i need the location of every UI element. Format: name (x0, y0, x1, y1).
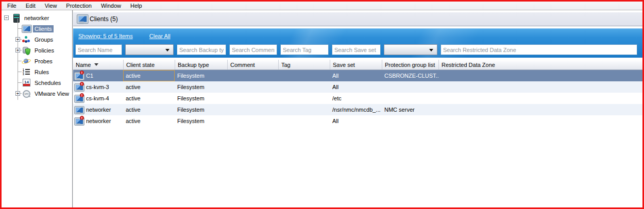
table-row[interactable]: networkeractiveFilesystem/nsr/nmc/nmcdb_… (73, 104, 642, 115)
column-header-protection-group-list[interactable]: Protection group list (382, 60, 438, 69)
column-header-label: Tag (281, 62, 291, 68)
column-header-tag[interactable]: Tag (278, 60, 330, 69)
cell-comment[interactable] (227, 70, 278, 81)
column-header-comment[interactable]: Comment (227, 60, 278, 69)
sidebar-item-rules[interactable]: Rules (2, 66, 72, 77)
table-body: !C1activeFilesystemAllCSBRONZE-CLUST...!… (73, 70, 642, 127)
cell-save-set[interactable]: /nsr/nmc/nmcdb_... (330, 104, 382, 115)
search-tag-input[interactable] (280, 44, 329, 55)
schedules-icon (22, 79, 30, 87)
menu-item-view[interactable]: View (40, 2, 62, 9)
cell-comment[interactable] (227, 115, 278, 127)
cell-tag[interactable] (278, 70, 330, 81)
menu-item-window[interactable]: Window (96, 2, 126, 9)
cell-protection-group-list[interactable] (382, 93, 438, 104)
sidebar-item-label: Schedules (33, 79, 62, 86)
menu-item-file[interactable]: File (3, 2, 21, 9)
cell-save-set[interactable]: All (330, 115, 382, 127)
expand-expander-icon[interactable]: + (15, 91, 20, 96)
table-row[interactable]: !cs-kvm-4activeFilesystem/etc (73, 93, 642, 104)
cell-name[interactable]: !cs-kvm-4 (73, 93, 123, 104)
column-header-label: Restricted Data Zone (442, 62, 495, 68)
table-row[interactable]: !networkeractiveFilesystemAll (73, 115, 642, 127)
collapse-expander-icon[interactable]: − (4, 15, 9, 20)
cell-name[interactable]: !C1 (73, 70, 123, 81)
column-header-label: Name (76, 62, 91, 68)
cell-backup-type[interactable]: Filesystem (175, 93, 227, 104)
search-backup-type-input[interactable] (177, 44, 226, 55)
showing-items-link[interactable]: Showing: 5 of 5 Items (78, 33, 133, 39)
sidebar-item-clients[interactable]: Clients (2, 23, 72, 34)
cell-restricted-data-zone[interactable] (438, 81, 642, 93)
server-icon (12, 14, 20, 22)
rules-icon (22, 68, 30, 76)
cell-protection-group-list[interactable] (382, 81, 438, 93)
cell-save-set[interactable]: All (330, 81, 382, 93)
cell-protection-group-list[interactable]: NMC server (382, 104, 438, 115)
cell-save-set[interactable]: /etc (330, 93, 382, 104)
menu-item-edit[interactable]: Edit (21, 2, 40, 9)
sidebar-item-label: Policies (33, 47, 56, 54)
column-header-restricted-data-zone[interactable]: Restricted Data Zone (438, 60, 642, 69)
cell-client-state[interactable]: active (123, 81, 175, 93)
cell-tag[interactable] (278, 93, 330, 104)
column-header-label: Comment (230, 62, 255, 68)
cell-comment[interactable] (227, 104, 278, 115)
sidebar-item-groups[interactable]: +Groups (2, 34, 72, 45)
cell-name[interactable]: !networker (73, 115, 123, 127)
menu-bar: FileEditViewProtectionWindowHelp (2, 2, 642, 10)
cell-tag[interactable] (278, 115, 330, 127)
protection-group-filter-dropdown[interactable] (384, 44, 437, 55)
search-restricted-data-zone-input[interactable] (440, 44, 637, 55)
sidebar-item-label: Clients (33, 25, 54, 32)
expand-expander-icon[interactable]: + (15, 48, 20, 53)
table-row[interactable]: !cs-kvm-3activeFilesystemAll (73, 81, 642, 93)
cell-client-state[interactable]: active (123, 115, 175, 127)
search-save-set-input[interactable] (332, 44, 381, 55)
column-header-save-set[interactable]: Save set (330, 60, 382, 69)
cell-comment[interactable] (227, 93, 278, 104)
sidebar-item-policies[interactable]: +Policies (2, 45, 72, 56)
sidebar-item-schedules[interactable]: Schedules (2, 77, 72, 88)
cell-backup-type[interactable]: Filesystem (175, 104, 227, 115)
cell-restricted-data-zone[interactable] (438, 104, 642, 115)
column-header-name[interactable]: Name (73, 60, 123, 69)
cell-client-state[interactable]: active (123, 104, 175, 115)
menu-item-help[interactable]: Help (126, 2, 147, 9)
cell-name[interactable]: networker (73, 104, 123, 115)
cell-backup-type[interactable]: Filesystem (175, 70, 227, 81)
clear-all-link[interactable]: Clear All (149, 33, 171, 39)
column-header-client-state[interactable]: Client state (123, 60, 175, 69)
cell-tag[interactable] (278, 104, 330, 115)
cell-restricted-data-zone[interactable] (438, 93, 642, 104)
table-row[interactable]: !C1activeFilesystemAllCSBRONZE-CLUST... (73, 70, 642, 81)
tree-item-networker[interactable]: − networker (2, 12, 72, 23)
cell-client-state[interactable]: active (123, 93, 175, 104)
cell-restricted-data-zone[interactable] (438, 115, 642, 127)
cell-protection-group-list[interactable] (382, 115, 438, 127)
search-comment-input[interactable] (229, 44, 277, 55)
menu-item-protection[interactable]: Protection (61, 2, 96, 9)
column-header-backup-type[interactable]: Backup type (175, 60, 227, 69)
search-name-input[interactable] (75, 44, 122, 55)
cell-comment[interactable] (227, 81, 278, 93)
sidebar-item-probes[interactable]: Probes (2, 56, 72, 66)
column-header-label: Backup type (178, 62, 209, 68)
client-state-filter-dropdown[interactable] (125, 44, 174, 55)
tree-root-label: networker (23, 14, 50, 22)
client-monitor-icon (75, 106, 83, 114)
monitor-icon (22, 25, 30, 33)
cell-client-state[interactable]: active (123, 70, 175, 81)
cell-backup-type[interactable]: Filesystem (175, 115, 227, 127)
cell-name[interactable]: !cs-kvm-3 (73, 81, 123, 93)
groups-icon (22, 36, 30, 44)
sidebar-item-vmware-view[interactable]: +VMware View (2, 88, 72, 99)
cell-save-set[interactable]: All (330, 70, 382, 81)
expand-expander-icon[interactable]: + (15, 37, 20, 42)
sidebar-tree: − networker Clients+Groups+PoliciesProbe… (2, 10, 73, 209)
cell-backup-type[interactable]: Filesystem (175, 81, 227, 93)
cell-protection-group-list[interactable]: CSBRONZE-CLUST... (382, 70, 438, 81)
cell-tag[interactable] (278, 81, 330, 93)
probes-icon (22, 57, 30, 65)
cell-restricted-data-zone[interactable] (438, 70, 642, 81)
